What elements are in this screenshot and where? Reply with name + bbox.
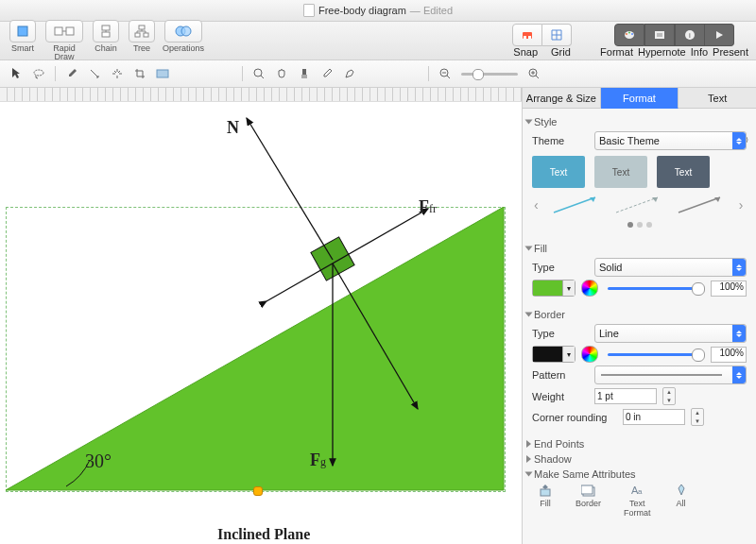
border-type-select[interactable]: Line bbox=[594, 324, 747, 343]
rapid-draw-button[interactable]: Rapid Draw bbox=[43, 20, 85, 61]
grid-button[interactable] bbox=[542, 24, 572, 46]
ruler-horizontal bbox=[0, 88, 522, 102]
color-wheel-icon[interactable] bbox=[581, 346, 598, 363]
pen-tool[interactable] bbox=[339, 64, 360, 83]
dropper2-tool[interactable] bbox=[317, 64, 337, 83]
info-button[interactable]: i bbox=[675, 24, 705, 46]
svg-line-50 bbox=[679, 197, 720, 212]
corner-rounding-field[interactable]: 0 in bbox=[623, 409, 685, 425]
label-n: N bbox=[227, 118, 239, 138]
fill-opacity-slider[interactable] bbox=[608, 287, 701, 290]
fill-type-select[interactable]: Solid bbox=[594, 258, 747, 277]
border-weight-stepper[interactable]: ▲▼ bbox=[662, 387, 676, 405]
svg-rect-7 bbox=[139, 26, 145, 29]
svg-line-48 bbox=[616, 197, 658, 212]
same-all-button[interactable]: All bbox=[674, 484, 689, 518]
section-fill[interactable]: Fill bbox=[526, 243, 747, 254]
zoom-slider[interactable] bbox=[461, 73, 518, 76]
zoom-in-button[interactable] bbox=[524, 64, 544, 83]
svg-line-37 bbox=[536, 76, 539, 78]
tab-format[interactable]: Format bbox=[601, 88, 679, 109]
svg-rect-19 bbox=[655, 31, 664, 39]
next-style[interactable]: › bbox=[737, 197, 746, 212]
hand-tool[interactable] bbox=[271, 64, 292, 83]
svg-rect-13 bbox=[524, 36, 526, 39]
document-icon bbox=[303, 4, 315, 17]
border-opacity-slider[interactable] bbox=[608, 353, 701, 356]
zoom-tool[interactable] bbox=[249, 64, 269, 83]
svg-rect-55 bbox=[581, 485, 593, 494]
cursor-tool[interactable] bbox=[6, 64, 26, 83]
svg-line-46 bbox=[554, 197, 595, 212]
tab-arrange[interactable]: Arrange & Size bbox=[523, 88, 601, 109]
inclined-plane-shape[interactable] bbox=[6, 207, 505, 491]
theme-select[interactable]: Basic Theme bbox=[594, 131, 747, 150]
svg-text:a: a bbox=[638, 487, 643, 496]
same-fill-button[interactable]: Fill bbox=[538, 484, 553, 518]
label-ffr: Ffr bbox=[419, 197, 437, 217]
operations-button[interactable]: Operations bbox=[163, 20, 204, 53]
fill-opacity-field[interactable]: 100% bbox=[711, 280, 747, 297]
section-style[interactable]: Style bbox=[526, 116, 747, 128]
fill-color-well[interactable]: ▾ bbox=[532, 280, 576, 297]
wand-tool[interactable] bbox=[107, 64, 128, 83]
present-button[interactable] bbox=[705, 24, 734, 46]
svg-rect-8 bbox=[135, 33, 140, 37]
canvas-area[interactable]: N Ffr Fg 30° Inclined Plane bbox=[0, 88, 522, 544]
svg-line-28 bbox=[261, 76, 264, 78]
same-border-button[interactable]: Border bbox=[576, 484, 601, 518]
corner-rounding-stepper[interactable]: ▲▼ bbox=[691, 408, 704, 426]
border-color-well[interactable]: ▾ bbox=[532, 346, 576, 363]
theme-swatch-3[interactable]: Text bbox=[657, 156, 710, 188]
svg-rect-2 bbox=[66, 27, 74, 35]
lasso-tool[interactable] bbox=[28, 64, 49, 83]
crop-tool[interactable] bbox=[129, 64, 150, 83]
section-shadow[interactable]: Shadow bbox=[526, 453, 747, 465]
svg-point-25 bbox=[34, 70, 43, 76]
prev-style[interactable]: ‹ bbox=[532, 197, 541, 212]
selection-handle[interactable] bbox=[253, 486, 263, 496]
section-endpoints[interactable]: End Points bbox=[526, 438, 747, 450]
main-toolbar: Smart Rapid Draw Chain Tree Operations S… bbox=[0, 22, 756, 60]
arrow-style-3[interactable] bbox=[675, 194, 728, 216]
diagram-caption: Inclined Plane bbox=[217, 526, 310, 543]
section-border[interactable]: Border bbox=[526, 309, 747, 320]
format-panel-button[interactable] bbox=[614, 24, 644, 46]
theme-swatch-1[interactable]: Text bbox=[532, 156, 585, 188]
window-titlebar: Free-body diagram — Edited bbox=[0, 0, 756, 22]
arrow-style-1[interactable] bbox=[550, 194, 603, 216]
svg-text:i: i bbox=[689, 31, 691, 40]
svg-point-27 bbox=[254, 69, 262, 76]
brush-tool[interactable] bbox=[294, 64, 315, 83]
section-make-same[interactable]: Make Same Attributes bbox=[526, 468, 747, 480]
stamp-tool[interactable] bbox=[84, 64, 105, 83]
border-opacity-field[interactable]: 100% bbox=[711, 347, 747, 363]
hypernote-button[interactable] bbox=[644, 24, 675, 46]
chain-button[interactable]: Chain bbox=[91, 20, 121, 53]
svg-rect-9 bbox=[144, 33, 148, 37]
svg-marker-49 bbox=[652, 197, 658, 202]
tree-button[interactable]: Tree bbox=[127, 20, 157, 53]
snap-button[interactable] bbox=[512, 24, 542, 46]
same-textformat-button[interactable]: AaText Format bbox=[624, 484, 651, 518]
svg-marker-38 bbox=[6, 207, 504, 490]
arrow-style-2[interactable] bbox=[612, 194, 665, 216]
angle-label: 30° bbox=[85, 450, 112, 472]
border-weight-field[interactable]: 1 pt bbox=[594, 388, 657, 404]
svg-point-18 bbox=[631, 33, 633, 35]
svg-marker-24 bbox=[716, 31, 723, 39]
zoom-out-button[interactable] bbox=[435, 64, 455, 83]
theme-swatch-2[interactable]: Text bbox=[594, 156, 647, 188]
smart-button[interactable]: Smart bbox=[8, 20, 38, 53]
workspace: N Ffr Fg 30° Inclined Plane Arrange & Si… bbox=[0, 88, 756, 544]
color-wheel-icon[interactable] bbox=[581, 280, 598, 297]
svg-rect-14 bbox=[528, 36, 531, 39]
shape-tool[interactable] bbox=[152, 64, 173, 83]
svg-rect-30 bbox=[301, 75, 307, 78]
eyedropper-tool[interactable] bbox=[61, 64, 82, 83]
tab-text[interactable]: Text bbox=[679, 88, 756, 109]
svg-rect-4 bbox=[102, 26, 110, 30]
label-fg: Fg bbox=[310, 450, 326, 470]
style-page-dots bbox=[532, 222, 747, 228]
border-pattern-select[interactable] bbox=[594, 366, 747, 384]
